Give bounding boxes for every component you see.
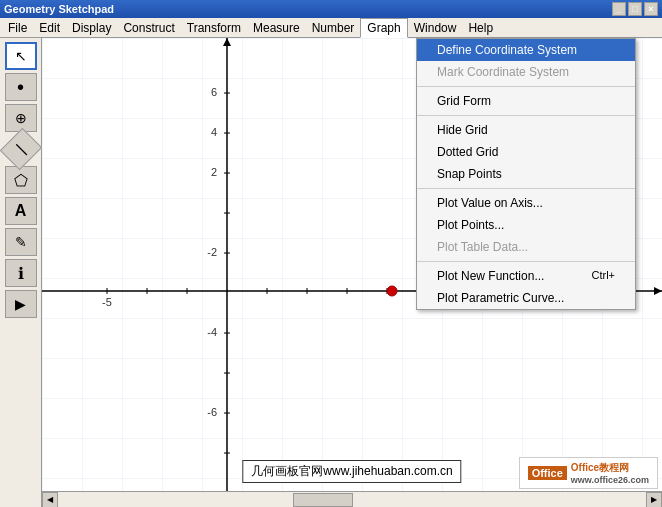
tool-animation[interactable]: ▶ <box>5 290 37 318</box>
menu-edit[interactable]: Edit <box>33 19 66 37</box>
scroll-thumb[interactable] <box>293 493 353 507</box>
menu-measure[interactable]: Measure <box>247 19 306 37</box>
menu-item-snap-points[interactable]: Snap Points <box>417 163 635 185</box>
menu-item-dotted-grid[interactable]: Dotted Grid <box>417 141 635 163</box>
office-badge: Office Office教程网 www.office26.com <box>519 457 658 489</box>
svg-text:4: 4 <box>211 126 217 138</box>
menu-item-plot-value[interactable]: Plot Value on Axis... <box>417 192 635 214</box>
scroll-right-button[interactable]: ▶ <box>646 492 662 508</box>
svg-text:-2: -2 <box>207 246 217 258</box>
menu-item-hide-grid[interactable]: Hide Grid <box>417 119 635 141</box>
window-controls: _ □ × <box>612 2 658 16</box>
menubar: File Edit Display Construct Transform Me… <box>0 18 662 38</box>
svg-text:-6: -6 <box>207 406 217 418</box>
watermark-bar: 几何画板官网www.jihehuaban.com.cn <box>242 460 461 483</box>
menu-separator-2 <box>417 115 635 116</box>
tool-arrow[interactable]: ↖ <box>5 42 37 70</box>
office-logo: Office <box>528 466 567 480</box>
menu-item-define-coord[interactable]: Define Coordinate System <box>417 39 635 61</box>
menu-transform[interactable]: Transform <box>181 19 247 37</box>
watermark-text: 几何画板官网www.jihehuaban.com.cn <box>251 464 452 478</box>
svg-text:-4: -4 <box>207 326 217 338</box>
menu-separator-1 <box>417 86 635 87</box>
menubar-wrapper: File Edit Display Construct Transform Me… <box>0 18 662 38</box>
menu-separator-3 <box>417 188 635 189</box>
menu-separator-4 <box>417 261 635 262</box>
toolbar: ↖ • ⊕ | ⬠ A ✎ ℹ ▶ <box>0 38 42 507</box>
office-badge-line2: www.office26.com <box>571 475 649 485</box>
menu-item-plot-parametric[interactable]: Plot Parametric Curve... <box>417 287 635 309</box>
svg-point-35 <box>387 286 397 296</box>
graph-dropdown-menu: Define Coordinate System Mark Coordinate… <box>416 38 636 310</box>
menu-file[interactable]: File <box>2 19 33 37</box>
tool-line[interactable]: | <box>0 128 42 170</box>
plot-function-label: Plot New Function... <box>437 269 544 283</box>
menu-item-plot-points[interactable]: Plot Points... <box>417 214 635 236</box>
scroll-left-button[interactable]: ◀ <box>42 492 58 508</box>
tool-info[interactable]: ℹ <box>5 259 37 287</box>
svg-text:6: 6 <box>211 86 217 98</box>
tool-custom[interactable]: ✎ <box>5 228 37 256</box>
close-button[interactable]: × <box>644 2 658 16</box>
menu-help[interactable]: Help <box>462 19 499 37</box>
menu-window[interactable]: Window <box>408 19 463 37</box>
menu-item-grid-form[interactable]: Grid Form <box>417 90 635 112</box>
office-badge-info: Office教程网 www.office26.com <box>571 461 649 485</box>
tool-point[interactable]: • <box>5 73 37 101</box>
menu-item-mark-coord: Mark Coordinate System <box>417 61 635 83</box>
scroll-track[interactable] <box>58 492 646 508</box>
maximize-button[interactable]: □ <box>628 2 642 16</box>
hscrollbar[interactable]: ◀ ▶ <box>42 491 662 507</box>
office-badge-line1: Office教程网 <box>571 461 649 475</box>
window-title-bar: Geometry Sketchpad _ □ × <box>0 0 662 18</box>
window-title-text: Geometry Sketchpad <box>4 3 114 15</box>
menu-display[interactable]: Display <box>66 19 117 37</box>
menu-number[interactable]: Number <box>306 19 361 37</box>
svg-text:2: 2 <box>211 166 217 178</box>
menu-construct[interactable]: Construct <box>117 19 180 37</box>
menu-graph[interactable]: Graph <box>360 18 407 38</box>
minimize-button[interactable]: _ <box>612 2 626 16</box>
menu-item-plot-function[interactable]: Plot New Function... Ctrl+ <box>417 265 635 287</box>
menu-item-plot-table: Plot Table Data... <box>417 236 635 258</box>
tool-polygon[interactable]: ⬠ <box>5 166 37 194</box>
svg-text:-5: -5 <box>102 296 112 308</box>
tool-text[interactable]: A <box>5 197 37 225</box>
plot-function-shortcut: Ctrl+ <box>591 269 615 283</box>
